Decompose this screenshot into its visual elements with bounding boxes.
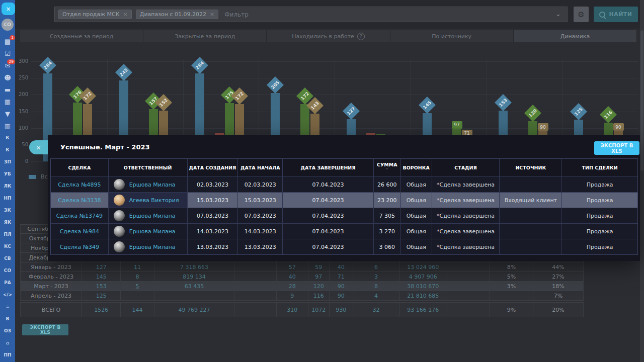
- value-cell[interactable]: 1072: [308, 303, 330, 317]
- card-icon[interactable]: ▥: [0, 120, 15, 132]
- value-cell[interactable]: 9: [277, 291, 308, 300]
- value-cell[interactable]: 8: [353, 282, 399, 291]
- value-cell[interactable]: 6: [353, 262, 399, 272]
- sidebar-item-ПП[interactable]: ПП: [0, 349, 15, 361]
- value-cell[interactable]: 9%: [490, 303, 533, 317]
- sidebar-item-[interactable]: </>: [0, 289, 15, 301]
- sidebar-item-СВ[interactable]: СВ: [0, 252, 15, 264]
- column-header-3[interactable]: ДАТА СОЗДАНИЯ: [188, 159, 238, 176]
- value-cell[interactable]: 819 134: [154, 272, 234, 281]
- calendar-icon[interactable]: ▦: [0, 96, 15, 108]
- sidebar-close-button[interactable]: ×: [2, 3, 15, 15]
- responsible-cell[interactable]: Ершова Милана: [109, 239, 188, 254]
- column-header-10[interactable]: ТИП СДЕЛКИ: [562, 159, 637, 176]
- value-cell[interactable]: 120: [308, 282, 330, 291]
- value-cell[interactable]: 13 024 960: [399, 262, 447, 272]
- responsible-link[interactable]: Агеева Виктория: [129, 197, 179, 204]
- value-cell[interactable]: 5%: [490, 272, 533, 281]
- value-cell[interactable]: 90: [330, 291, 353, 300]
- value-cell[interactable]: 125: [82, 291, 121, 300]
- value-cell[interactable]: 8: [121, 272, 154, 281]
- value-cell[interactable]: 28: [277, 282, 308, 291]
- value-cell[interactable]: 145: [82, 272, 121, 281]
- deal-link[interactable]: Сделка №3138: [51, 193, 109, 208]
- value-cell[interactable]: 59: [308, 262, 330, 272]
- sidebar-item-РА[interactable]: РА: [0, 277, 15, 289]
- sidebar-item-[interactable]: ☕: [0, 301, 15, 313]
- sidebar-item-К[interactable]: К: [0, 132, 15, 144]
- tasks-icon[interactable]: ☑: [0, 47, 15, 59]
- value-cell[interactable]: 116: [308, 291, 330, 300]
- responsible-cell[interactable]: Ершова Милана: [109, 224, 188, 239]
- column-header-5[interactable]: ДАТА ЗАВЕРШЕНИЯ: [283, 159, 374, 176]
- responsible-link[interactable]: Ершова Милана: [129, 182, 176, 188]
- value-cell[interactable]: 93 166 176: [399, 303, 447, 317]
- value-cell[interactable]: 21 810 685: [399, 291, 447, 300]
- value-cell[interactable]: 4 907 906: [399, 272, 447, 281]
- value-cell[interactable]: 4: [353, 291, 399, 300]
- value-cell[interactable]: 930: [330, 303, 353, 317]
- sidebar-item-ЗК[interactable]: ЗК: [0, 204, 15, 216]
- value-cell[interactable]: 49 769 227: [154, 303, 234, 317]
- summary-row[interactable]: Апрель - 2023125911690421 810 6857%: [20, 291, 584, 301]
- inbox-icon[interactable]: ▬: [0, 83, 15, 96]
- value-cell[interactable]: 127: [82, 262, 121, 272]
- value-cell[interactable]: 57: [277, 262, 308, 272]
- summary-row[interactable]: Март - 2023153563 4352812090838 010 6703…: [20, 282, 584, 291]
- funnel-icon[interactable]: ▼: [0, 108, 15, 120]
- value-cell[interactable]: 27%: [533, 272, 584, 281]
- value-cell[interactable]: 20%: [533, 303, 584, 317]
- value-cell[interactable]: 153: [82, 282, 121, 291]
- deal-row[interactable]: Сделка №13749Ершова Милана07.03.202307.0…: [51, 208, 637, 223]
- responsible-link[interactable]: Ершова Милана: [129, 244, 176, 250]
- deal-link[interactable]: Сделка №4895: [51, 177, 109, 192]
- value-cell[interactable]: 3%: [490, 282, 533, 291]
- responsible-link[interactable]: Ершова Милана: [129, 213, 176, 219]
- sidebar-item-ОЗ[interactable]: ОЗ: [0, 325, 15, 337]
- responsible-cell[interactable]: Агеева Виктория: [109, 193, 188, 208]
- responsible-cell[interactable]: Ершова Милана: [109, 208, 188, 223]
- value-cell[interactable]: 18%: [533, 282, 584, 291]
- value-cell[interactable]: 5: [121, 282, 154, 291]
- value-cell[interactable]: 8%: [490, 262, 533, 272]
- deal-link[interactable]: Сделка №984: [51, 224, 109, 239]
- value-cell[interactable]: 40: [277, 272, 308, 281]
- sidebar-item-ПЛ[interactable]: ПЛ: [0, 228, 15, 240]
- sidebar-item-СО[interactable]: СО: [0, 264, 15, 277]
- value-cell[interactable]: 32: [353, 303, 399, 317]
- column-header-7[interactable]: ВОРОНКА: [401, 159, 432, 176]
- sidebar-item-УБ[interactable]: УБ: [0, 168, 15, 180]
- value-cell[interactable]: 11: [121, 262, 154, 272]
- modal-export-xls-button[interactable]: ЭКСПОРТ В XLS: [594, 141, 639, 155]
- deal-row[interactable]: Сделка №349Ершова Милана13.03.202313.03.…: [51, 239, 637, 254]
- export-xls-button[interactable]: ЭКСПОРТ В XLS: [22, 324, 68, 335]
- modal-close-button[interactable]: ×: [29, 140, 48, 154]
- people-icon[interactable]: ☻: [0, 71, 15, 83]
- value-cell[interactable]: 71: [330, 272, 353, 281]
- column-header-1[interactable]: СДЕЛКА: [51, 159, 109, 176]
- value-cell[interactable]: 44%: [533, 262, 584, 272]
- feed-icon[interactable]: ▤1: [0, 35, 15, 47]
- deal-link[interactable]: Сделка №349: [51, 239, 109, 254]
- value-cell[interactable]: 3: [353, 272, 399, 281]
- deal-row[interactable]: Сделка №984Ершова Милана14.03.202314.03.…: [51, 223, 637, 239]
- column-header-8[interactable]: СТАДИЯ: [432, 159, 500, 176]
- sidebar-item-ЯК[interactable]: ЯК: [0, 216, 15, 228]
- column-header-6[interactable]: СУММА˅: [374, 159, 401, 176]
- sidebar-item-КС[interactable]: КС: [0, 240, 15, 252]
- sidebar-item-[interactable]: ⌂: [0, 337, 15, 349]
- scrollbar-thumb[interactable]: [640, 30, 643, 171]
- sort-chevron-icon[interactable]: ˅: [386, 168, 388, 173]
- value-cell[interactable]: 90: [330, 282, 353, 291]
- value-cell[interactable]: 7 318 663: [154, 262, 234, 272]
- deal-row[interactable]: Сделка №4895Ершова Милана02.03.202302.03…: [51, 176, 637, 192]
- summary-row[interactable]: Февраль - 20231458819 13440977134 907 90…: [20, 272, 584, 282]
- chat-icon[interactable]: ✉29: [0, 59, 15, 71]
- value-cell[interactable]: 97: [308, 272, 330, 281]
- column-header-9[interactable]: ИСТОЧНИК: [500, 159, 562, 176]
- value-cell[interactable]: 38 010 670: [399, 282, 447, 291]
- deal-row[interactable]: Сделка №3138Агеева Виктория15.03.202315.…: [51, 192, 637, 208]
- sidebar-item-ЛК[interactable]: ЛК: [0, 180, 15, 192]
- value-cell[interactable]: 310: [277, 303, 308, 317]
- value-cell[interactable]: 1526: [82, 303, 121, 317]
